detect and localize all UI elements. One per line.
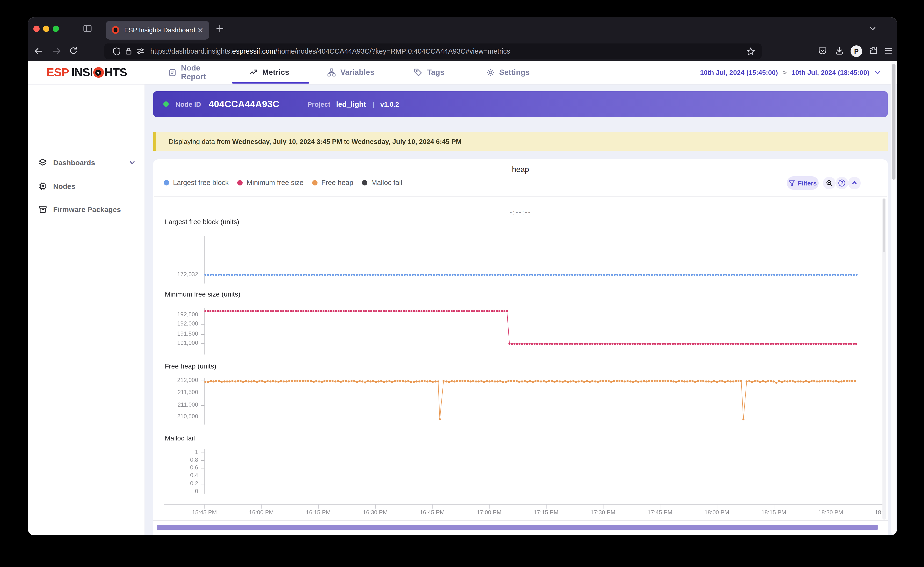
reload-button[interactable] [69,46,78,55]
tab-metrics[interactable]: Metrics [240,61,298,84]
filters-button[interactable]: Filters [787,176,819,190]
legend-item[interactable]: Minimum free size [237,179,303,186]
profile-avatar[interactable]: P [850,45,862,57]
legend-item[interactable]: Malloc fail [362,179,402,186]
sitemap-icon [328,68,336,76]
sidebar-item-nodes[interactable]: Nodes [28,177,144,195]
date-separator: > [783,68,787,76]
sidebar-item-firmware-packages[interactable]: Firmware Packages [28,200,144,218]
sidebar-item-dashboards[interactable]: Dashboards [28,154,144,171]
card-scrollbar-thumb[interactable] [883,199,885,252]
legend-dot [362,180,367,185]
funnel-icon [789,180,795,186]
gear-icon [486,68,495,76]
project-name: led_light [336,100,366,108]
legend-dot [312,180,317,185]
new-tab-button[interactable] [216,24,224,33]
back-button[interactable] [34,46,44,56]
chevron-down-icon [874,69,881,76]
logo-lens-icon [93,67,104,78]
trend-up-icon [249,68,258,76]
card-scrollbar-track[interactable] [882,198,886,520]
chip-icon [38,182,47,190]
screen: ESP Insights Dashboard ✕ [0,0,924,567]
legend-item[interactable]: Free heap [312,179,353,186]
esp-insights-logo: ESP INSI HTS [47,66,127,79]
url-bar[interactable]: https://dashboard.insights.espressif.com… [104,44,762,59]
card-divider [154,196,887,196]
tab-variables[interactable]: Variables [322,61,380,84]
legend-dot [237,180,243,185]
legend-dot [164,180,169,185]
active-tab-underline [232,82,309,84]
tracking-protection-shield-icon[interactable] [113,47,120,55]
collapse-panel-button[interactable] [848,177,861,189]
question-circle-icon [838,179,846,187]
tab-tags[interactable]: Tags [405,61,453,84]
node-id-label: Node ID [176,100,201,108]
zoom-window-button[interactable] [53,26,59,32]
pocket-icon[interactable] [818,46,827,55]
tab-node-report[interactable]: Node Report [168,61,226,84]
permissions-sliders-icon[interactable] [137,48,144,55]
browser-tab[interactable]: ESP Insights Dashboard ✕ [106,21,209,40]
layers-icon [38,158,47,167]
date-range-notice: Displaying data from Wednesday, July 10,… [153,132,888,151]
browser-window: ESP Insights Dashboard ✕ [28,17,897,535]
extensions-puzzle-icon[interactable] [869,46,878,55]
project-label: Project [307,100,330,108]
brush-range-bar[interactable] [157,525,877,530]
tab-close-icon[interactable]: ✕ [197,26,203,34]
tab-settings[interactable]: Settings [479,61,537,84]
tab-list-chevron-icon[interactable] [869,25,877,32]
downloads-icon[interactable] [835,46,844,55]
date-from: 10th Jul, 2024 (15:45:00) [700,68,778,76]
help-button[interactable] [835,177,848,189]
zoom-in-button[interactable] [823,177,835,189]
tag-icon [414,68,423,76]
chevron-down-icon[interactable] [129,159,136,166]
tab-title: ESP Insights Dashboard [124,27,195,34]
chevron-up-icon [851,180,858,186]
sidebar: Dashboards Nodes Firmware Packages Ac [28,84,145,535]
close-window-button[interactable] [33,26,40,32]
lock-icon[interactable] [125,47,132,55]
node-banner: Node ID 404CCA44A93C Project led_light |… [153,91,888,117]
fw-version: v1.0.2 [380,100,399,108]
panel-title: heap [153,165,888,174]
minimize-window-button[interactable] [43,26,49,32]
archive-box-icon [38,204,47,214]
magnifier-plus-icon [826,179,833,187]
banner-divider: | [373,100,374,108]
notice-text: Displaying data from Wednesday, July 10,… [169,137,461,145]
node-id-value: 404CCA44A93C [209,99,279,110]
clipboard-icon [168,68,177,76]
node-online-status-dot [163,101,169,107]
date-range-picker[interactable]: 10th Jul, 2024 (15:45:00) > 10th Jul, 20… [700,61,881,84]
forward-button[interactable] [52,46,62,56]
bookmark-star-icon[interactable] [747,47,755,55]
page-scrollbar-track[interactable] [891,62,897,534]
refresh-timer: -:--:-- [153,208,888,216]
sidebar-toggle-icon[interactable] [83,24,92,33]
chart-legend: Largest free block Minimum free size Fre… [164,179,402,186]
menu-hamburger-icon[interactable] [884,47,893,55]
browser-chrome: ESP Insights Dashboard ✕ [28,17,897,61]
tab-favicon [112,26,119,34]
page-scrollbar-thumb[interactable] [892,64,895,180]
url-text: https://dashboard.insights.espressif.com… [150,47,510,55]
date-to: 10th Jul, 2024 (18:45:00) [792,68,869,76]
legend-item[interactable]: Largest free block [164,179,229,186]
